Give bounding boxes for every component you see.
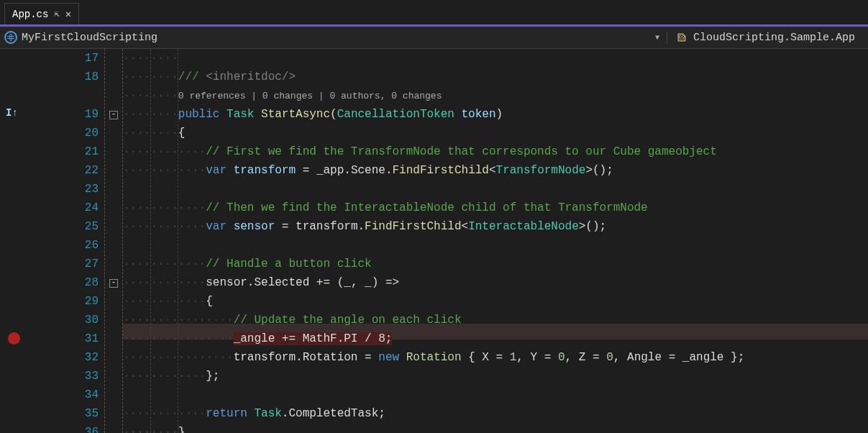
project-scope-label: MyFirstCloudScripting xyxy=(22,32,157,44)
file-tab[interactable]: App.cs ⇱ ✕ xyxy=(4,3,79,24)
tab-filename: App.cs xyxy=(12,9,48,20)
code-line[interactable]: ················transform.Rotation = new… xyxy=(123,348,868,367)
line-number: 31 xyxy=(29,329,99,348)
line-number: 32 xyxy=(29,348,99,367)
close-icon[interactable]: ✕ xyxy=(65,8,71,20)
type-scope-dropdown[interactable]: CloudScripting.Sample.App xyxy=(667,32,864,44)
navigation-bar: MyFirstCloudScripting ▼ CloudScripting.S… xyxy=(0,24,868,49)
chevron-down-icon: ▼ xyxy=(655,34,659,42)
globe-icon xyxy=(4,31,17,44)
outline-gutter[interactable]: - - xyxy=(104,49,123,433)
code-line[interactable]: ············var transform = _app.Scene.F… xyxy=(123,161,868,180)
code-line[interactable]: ········/// <inheritdoc/> xyxy=(123,68,868,86)
class-icon xyxy=(676,32,687,43)
code-line[interactable]: ········} xyxy=(123,423,868,433)
fold-toggle[interactable]: - xyxy=(109,279,118,288)
code-line[interactable]: ············}; xyxy=(123,367,868,386)
line-number xyxy=(29,86,99,105)
code-line[interactable]: ············sensor.Selected += (_, _) => xyxy=(123,273,868,292)
code-line[interactable]: ············var sensor = transform.FindF… xyxy=(123,217,868,236)
code-line[interactable] xyxy=(123,386,868,404)
line-number: 29 xyxy=(29,292,99,311)
code-line[interactable]: ········public Task StartAsync(Cancellat… xyxy=(123,105,868,124)
line-number: 20 xyxy=(29,124,99,142)
code-line[interactable]: ········ xyxy=(123,49,868,68)
code-line[interactable] xyxy=(123,236,868,255)
change-tracking-icon: I↑ xyxy=(6,107,18,119)
line-number: 23 xyxy=(29,180,99,199)
line-number: 33 xyxy=(29,367,99,386)
line-number: 21 xyxy=(29,142,99,161)
line-number: 25 xyxy=(29,217,99,236)
code-line[interactable]: ············// First we find the Transfo… xyxy=(123,142,868,161)
code-line[interactable]: ················// Update the angle on e… xyxy=(123,311,868,329)
breakpoint-icon[interactable] xyxy=(8,332,20,345)
line-number: 24 xyxy=(29,199,99,217)
line-number: 17 xyxy=(29,49,99,68)
line-number: 36 xyxy=(29,423,99,433)
code-line[interactable]: ················_angle += MathF.PI / 8; xyxy=(123,329,868,348)
type-scope-label: CloudScripting.Sample.App xyxy=(693,32,855,44)
line-number: 28 xyxy=(29,273,99,292)
project-scope-dropdown[interactable]: MyFirstCloudScripting xyxy=(4,31,655,44)
code-line[interactable]: ············// Handle a button click xyxy=(123,255,868,273)
line-number: 26 xyxy=(29,236,99,255)
line-number: 22 xyxy=(29,161,99,180)
code-editor[interactable]: I↑ 17 18 19 20 21 22 23 24 25 26 27 28 2… xyxy=(0,49,868,433)
code-line[interactable]: ············{ xyxy=(123,292,868,311)
fold-toggle[interactable]: - xyxy=(109,111,118,119)
line-number: 35 xyxy=(29,404,99,423)
line-number-gutter: 17 18 19 20 21 22 23 24 25 26 27 28 29 3… xyxy=(29,49,104,433)
code-line[interactable]: ············return Task.CompletedTask; xyxy=(123,404,868,423)
line-number: 18 xyxy=(29,68,99,86)
line-number: 34 xyxy=(29,386,99,404)
line-number: 30 xyxy=(29,311,99,329)
code-line[interactable]: ········{ xyxy=(123,124,868,142)
tab-strip: App.cs ⇱ ✕ xyxy=(0,0,868,24)
code-line[interactable] xyxy=(123,180,868,199)
line-number: 19 xyxy=(29,105,99,124)
pin-icon[interactable]: ⇱ xyxy=(54,9,59,19)
code-text-area[interactable]: ········ ········/// <inheritdoc/> ·····… xyxy=(123,49,868,433)
code-line[interactable]: ············// Then we find the Interact… xyxy=(123,199,868,217)
line-number: 27 xyxy=(29,255,99,273)
glyph-margin[interactable]: I↑ xyxy=(0,49,29,433)
codelens[interactable]: ········0 references | 0 changes | 0 aut… xyxy=(123,86,868,105)
